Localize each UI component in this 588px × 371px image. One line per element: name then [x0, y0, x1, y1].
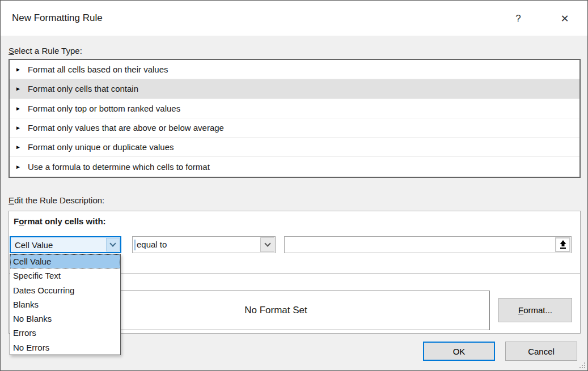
- ok-button[interactable]: OK: [423, 342, 495, 361]
- operator-combobox-value: equal to: [137, 240, 167, 249]
- rule-type-item[interactable]: ► Use a formula to determine which cells…: [10, 157, 579, 176]
- dropdown-option-dates-occurring[interactable]: Dates Occurring: [10, 283, 120, 297]
- edit-description-label: Edit the Rule Description:: [9, 195, 104, 205]
- rule-type-item[interactable]: ► Format all cells based on their values: [10, 60, 579, 79]
- rule-type-item-label: Use a formula to determine which cells t…: [28, 162, 210, 172]
- rule-bullet-icon: ►: [15, 66, 21, 73]
- close-icon[interactable]: ✕: [553, 10, 577, 28]
- dropdown-option-no-blanks[interactable]: No Blanks: [10, 312, 120, 326]
- condition-label: Format only cells with:: [14, 216, 106, 226]
- chevron-down-icon[interactable]: [260, 237, 274, 252]
- rule-type-item[interactable]: ► Format only top or bottom ranked value…: [10, 99, 579, 118]
- rule-type-item-label: Format all cells based on their values: [28, 65, 168, 74]
- rule-bullet-icon: ►: [15, 105, 21, 112]
- rule-type-item[interactable]: ► Format only values that are above or b…: [10, 118, 579, 138]
- title-bar: New Formatting Rule ? ✕: [1, 1, 587, 36]
- format-preview-box: No Format Set: [62, 291, 490, 330]
- new-formatting-rule-dialog: New Formatting Rule ? ✕ Select a Rule Ty…: [0, 0, 588, 371]
- dropdown-option-specific-text[interactable]: Specific Text: [10, 268, 120, 283]
- rule-type-listbox: ► Format all cells based on their values…: [9, 59, 581, 178]
- rule-type-label: Select a Rule Type:: [9, 46, 82, 56]
- rule-bullet-icon: ►: [15, 125, 21, 131]
- rule-type-item-selected[interactable]: ► Format only cells that contain: [10, 79, 579, 99]
- rule-type-item-label: Format only cells that contain: [28, 84, 138, 93]
- rule-bullet-icon: ►: [15, 144, 21, 150]
- value-input[interactable]: [284, 236, 572, 253]
- text-caret: [134, 240, 136, 250]
- rule-type-item[interactable]: ► Format only unique or duplicate values: [10, 138, 579, 157]
- dropdown-option-cell-value[interactable]: Cell Value: [10, 254, 120, 268]
- cell-value-combobox[interactable]: Cell Value: [10, 236, 121, 253]
- resize-grip[interactable]: [579, 363, 586, 369]
- help-button[interactable]: ?: [507, 10, 529, 28]
- dropdown-option-errors[interactable]: Errors: [10, 326, 120, 340]
- dropdown-option-no-errors[interactable]: No Errors: [10, 340, 120, 355]
- rule-bullet-icon: ►: [15, 164, 21, 170]
- cell-value-dropdown-list: Cell Value Specific Text Dates Occurring…: [10, 254, 121, 355]
- operator-combobox[interactable]: equal to: [132, 236, 276, 253]
- cancel-button[interactable]: Cancel: [505, 342, 577, 361]
- dropdown-option-blanks[interactable]: Blanks: [10, 297, 120, 312]
- collapse-dialog-button[interactable]: [555, 237, 570, 252]
- format-button[interactable]: Format...: [498, 298, 572, 322]
- collapse-dialog-icon: [559, 240, 567, 249]
- chevron-down-icon[interactable]: [106, 238, 120, 251]
- rule-type-item-label: Format only top or bottom ranked values: [28, 104, 180, 113]
- rule-type-item-label: Format only values that are above or bel…: [28, 123, 224, 133]
- format-preview-text: No Format Set: [244, 305, 307, 316]
- rule-type-item-label: Format only unique or duplicate values: [28, 142, 174, 152]
- rule-bullet-icon: ►: [15, 86, 21, 92]
- cell-value-combobox-value: Cell Value: [15, 240, 53, 250]
- dialog-title: New Formatting Rule: [12, 12, 103, 24]
